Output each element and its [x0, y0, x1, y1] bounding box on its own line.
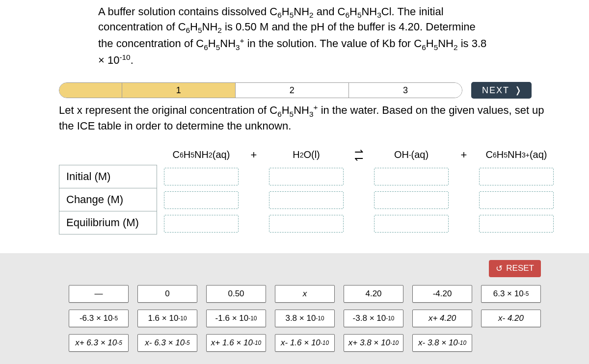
chevron-right-icon: ❭	[514, 85, 523, 96]
plus-2: +	[455, 145, 472, 165]
answer-tile[interactable]: 4.20	[344, 285, 403, 303]
answer-tile[interactable]: x + 3.8 × 10-10	[344, 334, 403, 352]
answer-tile[interactable]: x + 4.20	[412, 310, 472, 327]
answer-tile[interactable]: 0.50	[206, 285, 266, 303]
answer-tile[interactable]: x - 6.3 × 10-5	[137, 334, 197, 352]
drop-slot[interactable]	[269, 215, 344, 233]
drop-slot[interactable]	[164, 168, 239, 185]
answer-tile[interactable]: x - 1.6 × 10-10	[275, 334, 335, 352]
drop-slot[interactable]	[269, 168, 344, 185]
problem-statement: A buffer solution contains dissolved C6H…	[0, 0, 589, 72]
species-4: C6H5NH3+(aq)	[472, 145, 561, 165]
equil-arrows-icon: ⇀↽	[350, 145, 367, 165]
species-col-1: C6H5NH2(aq)	[157, 145, 245, 235]
answer-tile[interactable]: x	[275, 285, 335, 303]
step-nav: 1 2 3 NEXT ❭	[59, 82, 569, 99]
species-3: OH-(aq)	[367, 145, 455, 165]
species-col-4: C6H5NH3+(aq)	[472, 145, 561, 235]
species-col-2: H2O(l)	[262, 145, 350, 235]
drop-slot[interactable]	[164, 215, 239, 233]
tile-grid: —00.50x4.20-4.206.3 × 10-5-6.3 × 10-51.6…	[20, 282, 569, 352]
reset-button[interactable]: ↺ RESET	[489, 260, 541, 277]
answer-tile[interactable]: —	[69, 285, 129, 303]
answer-tile[interactable]: -4.20	[412, 285, 472, 303]
answer-tile[interactable]: x - 3.8 × 10-10	[412, 334, 472, 352]
drop-slot[interactable]	[374, 215, 449, 233]
progress-filled	[59, 83, 122, 98]
species-1: C6H5NH2(aq)	[157, 145, 245, 165]
drop-slot[interactable]	[479, 191, 554, 209]
drop-slot[interactable]	[374, 168, 449, 185]
drop-slot[interactable]	[479, 215, 554, 233]
drop-slot[interactable]	[269, 191, 344, 209]
next-button[interactable]: NEXT ❭	[471, 82, 532, 99]
answer-tile[interactable]: 0	[137, 285, 197, 303]
answer-tile[interactable]: x + 1.6 × 10-10	[206, 334, 266, 352]
answer-tile[interactable]: 1.6 × 10-10	[137, 310, 197, 327]
species-2: H2O(l)	[262, 145, 350, 165]
answer-tile[interactable]: 3.8 × 10-10	[275, 310, 335, 327]
next-label: NEXT	[482, 85, 509, 96]
step-1[interactable]: 1	[122, 83, 236, 98]
reset-label: RESET	[506, 263, 534, 273]
ice-table: Initial (M) Change (M) Equilibrium (M) C…	[0, 138, 589, 240]
answer-tile[interactable]: -6.3 × 10-5	[69, 310, 129, 327]
answer-tile[interactable]: -3.8 × 10-10	[344, 310, 403, 327]
answer-tile[interactable]: 6.3 × 10-5	[481, 285, 541, 303]
answer-bank: ↺ RESET —00.50x4.20-4.206.3 × 10-5-6.3 ×…	[0, 253, 589, 364]
drop-slot[interactable]	[479, 168, 554, 185]
row-change: Change (M)	[59, 188, 157, 211]
species-col-3: OH-(aq)	[367, 145, 455, 235]
progress-bar: 1 2 3	[59, 82, 462, 98]
reset-icon: ↺	[496, 263, 503, 274]
answer-tile[interactable]: x - 4.20	[481, 310, 541, 327]
row-equilibrium: Equilibrium (M)	[59, 211, 157, 234]
row-initial: Initial (M)	[59, 165, 157, 188]
step-instruction: Let x represent the original concentrati…	[0, 102, 589, 138]
step-3[interactable]: 3	[349, 83, 462, 98]
step-2[interactable]: 2	[236, 83, 349, 98]
drop-slot[interactable]	[164, 191, 239, 209]
answer-tile[interactable]: x + 6.3 × 10-5	[69, 334, 129, 352]
ice-row-labels: Initial (M) Change (M) Equilibrium (M)	[59, 165, 157, 234]
answer-tile[interactable]: -1.6 × 10-10	[206, 310, 266, 327]
drop-slot[interactable]	[374, 191, 449, 209]
plus-1: +	[245, 145, 262, 165]
